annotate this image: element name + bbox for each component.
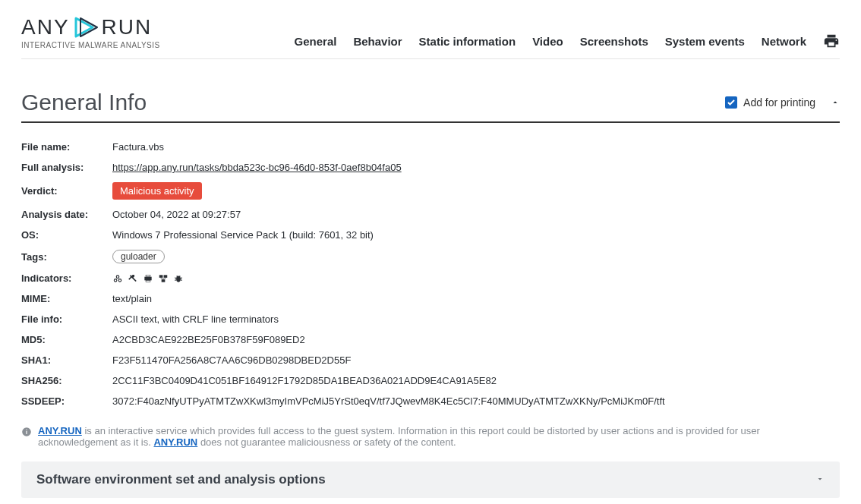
- nav-behavior[interactable]: Behavior: [353, 35, 402, 48]
- row-sha1: SHA1:F23F511470FA256A8C7AA6C96DB0298DBED…: [21, 350, 840, 370]
- row-mime: MIME:text/plain: [21, 288, 840, 309]
- svg-point-14: [26, 429, 27, 430]
- svg-rect-8: [159, 275, 163, 278]
- play-icon: [73, 16, 99, 39]
- add-for-printing-checkbox[interactable]: Add for printing: [725, 96, 815, 109]
- logo-block[interactable]: ANY RUN INTERACTIVE MALWARE ANALYSIS: [21, 15, 160, 49]
- info-list: File name:Factura.vbs Full analysis:http…: [21, 137, 840, 411]
- printer-icon: [143, 273, 153, 284]
- nav-screenshots[interactable]: Screenshots: [580, 35, 648, 48]
- value-md5: A2CBD3CAE922BE25F0B378F59F089ED2: [112, 334, 305, 345]
- biohazard-icon: [112, 273, 123, 284]
- value-sha1: F23F511470FA256A8C7AA6C96DB0298DBED2D55F: [112, 354, 351, 366]
- row-os: OS:Windows 7 Professional Service Pack 1…: [21, 225, 840, 245]
- page-title: General Info: [21, 90, 147, 115]
- disclaimer-link-1[interactable]: ANY.RUN: [38, 425, 82, 436]
- disclaimer-link-2[interactable]: ANY.RUN: [153, 436, 197, 448]
- logo-text-2: RUN: [102, 15, 153, 39]
- row-verdict: Verdict:Malicious activity: [21, 178, 840, 204]
- row-ssdeep: SSDEEP:3072:F40azNfyUTPyATMTZwXKwl3myImV…: [21, 391, 840, 411]
- svg-rect-5: [144, 276, 151, 280]
- svg-rect-6: [146, 275, 150, 276]
- row-full-analysis: Full analysis:https://app.any.run/tasks/…: [21, 157, 840, 178]
- collapse-icon[interactable]: [831, 98, 840, 107]
- svg-rect-7: [146, 280, 150, 282]
- chevron-down-icon: [815, 474, 825, 486]
- svg-point-4: [118, 279, 121, 282]
- indicator-icons: [112, 273, 184, 284]
- main-nav: General Behavior Static information Vide…: [295, 35, 806, 48]
- svg-rect-9: [164, 275, 168, 278]
- row-tags: Tags:guloader: [21, 245, 840, 268]
- svg-point-3: [114, 279, 117, 282]
- tagline: INTERACTIVE MALWARE ANALYSIS: [21, 41, 160, 49]
- nav-system-events[interactable]: System events: [665, 35, 745, 48]
- checkbox-checked-icon: [725, 96, 737, 109]
- nav-static[interactable]: Static information: [419, 35, 516, 48]
- row-indicators: Indicators:: [21, 268, 840, 288]
- logo-text-1: ANY: [21, 15, 70, 39]
- value-mime: text/plain: [112, 293, 152, 304]
- row-md5: MD5:A2CBD3CAE922BE25F0B378F59F089ED2: [21, 329, 840, 350]
- value-os: Windows 7 Professional Service Pack 1 (b…: [112, 229, 374, 241]
- row-sha256: SHA256:2CC11F3BC0409D41C051BF164912F1792…: [21, 370, 840, 391]
- header: ANY RUN INTERACTIVE MALWARE ANALYSIS Gen…: [21, 0, 840, 59]
- value-sha256: 2CC11F3BC0409D41C051BF164912F1792D85DA1B…: [112, 375, 497, 386]
- network-icon: [158, 273, 169, 284]
- section-header: General Info Add for printing: [21, 90, 840, 123]
- info-icon: [21, 427, 32, 439]
- tools-icon: [128, 273, 138, 284]
- svg-rect-10: [162, 279, 166, 282]
- svg-point-2: [116, 275, 119, 278]
- svg-rect-13: [26, 431, 27, 434]
- disclaimer: ANY.RUN is an interactive service which …: [21, 425, 840, 448]
- row-filename: File name:Factura.vbs: [21, 137, 840, 157]
- nav-network[interactable]: Network: [762, 35, 806, 48]
- verdict-badge: Malicious activity: [112, 182, 202, 200]
- value-analysis-date: October 04, 2022 at 09:27:57: [112, 209, 241, 220]
- row-file-info: File info:ASCII text, with CRLF line ter…: [21, 309, 840, 329]
- tag-guloader[interactable]: guloader: [112, 250, 165, 263]
- value-filename: Factura.vbs: [112, 141, 164, 153]
- nav-video[interactable]: Video: [532, 35, 563, 48]
- svg-point-11: [176, 276, 181, 282]
- print-icon[interactable]: [823, 33, 840, 49]
- value-full-analysis-link[interactable]: https://app.any.run/tasks/bbda523c-bc96-…: [112, 162, 402, 173]
- accordion-title: Software environment set and analysis op…: [36, 472, 326, 487]
- value-file-info: ASCII text, with CRLF line terminators: [112, 313, 279, 325]
- accordion-software-env[interactable]: Software environment set and analysis op…: [21, 461, 840, 498]
- value-ssdeep: 3072:F40azNfyUTPyATMTZwXKwl3myImVPcMiJ5Y…: [112, 395, 665, 407]
- add-for-printing-label: Add for printing: [743, 96, 815, 109]
- row-analysis-date: Analysis date:October 04, 2022 at 09:27:…: [21, 204, 840, 225]
- nav-general[interactable]: General: [295, 35, 337, 48]
- bug-icon: [173, 273, 184, 284]
